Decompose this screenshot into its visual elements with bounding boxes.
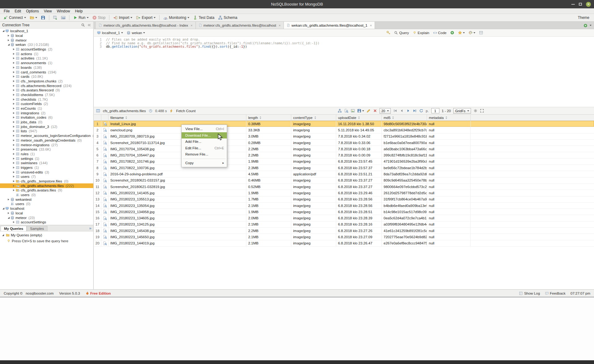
tree-item-settings[interactable]: settings(1) bbox=[0, 156, 93, 161]
sql-query-button[interactable]: SQL bbox=[59, 15, 67, 20]
expand-arrow-icon[interactable] bbox=[12, 89, 15, 91]
row-preview-button[interactable] bbox=[101, 228, 108, 234]
tree-item-lists[interactable]: lists(947) bbox=[0, 129, 93, 134]
header-contenttype[interactable]: contentType bbox=[291, 115, 336, 121]
tree-item-invitation-codes[interactable]: invitation_codes(6) bbox=[0, 115, 93, 120]
prev-page-button[interactable] bbox=[400, 109, 404, 113]
my-queries-root[interactable]: My Queries (empty) bbox=[0, 233, 93, 237]
row-preview-button[interactable] bbox=[101, 121, 108, 127]
expand-arrow-icon[interactable] bbox=[7, 39, 10, 41]
header-uploaddate[interactable]: uploadDate bbox=[336, 115, 382, 121]
tree-item-wekan[interactable]: wekan(33 | 0.21GB) bbox=[0, 42, 93, 47]
more-chevron-icon[interactable]: » bbox=[89, 226, 91, 230]
row-preview-button[interactable] bbox=[101, 215, 108, 221]
page-size-select[interactable]: 20 bbox=[380, 108, 391, 114]
tree-item-cfs-avatars-filerecord[interactable]: cfs.avatars.filerecord(9) bbox=[0, 88, 93, 93]
row-preview-button[interactable] bbox=[101, 209, 108, 215]
tree-item-meteor-oauth-pendingcredentials[interactable]: meteor_oauth_pendingCredentials(0) bbox=[0, 138, 93, 143]
minimize-button[interactable] bbox=[571, 4, 575, 5]
code-button[interactable]: Code bbox=[433, 31, 447, 35]
expand-arrow-icon[interactable] bbox=[12, 176, 15, 178]
schema-button[interactable]: Schema bbox=[217, 15, 239, 20]
expand-arrow-icon[interactable] bbox=[12, 180, 15, 182]
tab-2[interactable]: meteor:cfs_gridfs.attachments.files@loca… bbox=[196, 22, 284, 29]
tab-samples[interactable]: Samples bbox=[27, 226, 47, 231]
collapse-arrow-icon[interactable] bbox=[2, 208, 5, 209]
header-metadata[interactable]: metadata bbox=[427, 115, 471, 121]
tree-item-localhost-1[interactable]: localhost_1 bbox=[0, 29, 93, 33]
view-options-button[interactable] bbox=[469, 31, 475, 35]
expand-arrow-icon[interactable] bbox=[12, 130, 15, 132]
expand-arrow-icon[interactable] bbox=[12, 135, 15, 137]
tree-item-users[interactable]: users(0) bbox=[0, 202, 93, 206]
expand-arrow-icon[interactable] bbox=[12, 76, 15, 77]
view-image-button[interactable] bbox=[351, 109, 355, 113]
tree-item-local[interactable]: local bbox=[0, 211, 93, 216]
table-row-8[interactable]: 8IMG_20170822_100736.jpg2.3MBimage/jpeg6… bbox=[94, 165, 594, 171]
menu-help[interactable]: Help bbox=[73, 9, 85, 14]
row-preview-button[interactable] bbox=[101, 190, 108, 196]
collapse-arrow-icon[interactable] bbox=[2, 30, 5, 32]
expand-arrow-icon[interactable] bbox=[12, 94, 15, 96]
tree-item-accountsettings[interactable]: accountSettings bbox=[0, 220, 93, 225]
expand-arrow-icon[interactable] bbox=[12, 189, 15, 191]
tab-3[interactable]: wekan:cfs_gridfs.attachments.files@local… bbox=[284, 22, 375, 29]
tab-close-icon[interactable]: × bbox=[370, 24, 372, 27]
tree-item-accountsettings[interactable]: accountSettings(2) bbox=[0, 47, 93, 52]
expand-arrow-icon[interactable] bbox=[12, 158, 15, 160]
tree-item-escounts[interactable]: esCounts(1) bbox=[0, 106, 93, 111]
table-row-2[interactable]: 2owncloud.png33.3KBimage/png5.11.2018 kl… bbox=[94, 127, 594, 133]
tree-item-announcements[interactable]: announcements(1) bbox=[0, 61, 93, 65]
tree-item-users[interactable]: users(7) bbox=[0, 174, 93, 179]
tree-item-triggers[interactable]: triggers(1) bbox=[0, 165, 93, 170]
expand-arrow-icon[interactable] bbox=[12, 80, 15, 82]
expand-arrow-icon[interactable] bbox=[12, 144, 15, 146]
expand-arrow-icon[interactable] bbox=[12, 112, 15, 114]
table-row-16[interactable]: 16IMG_20180223_134605.jpg2.0MBimage/jpeg… bbox=[94, 215, 594, 221]
fetch-count-button[interactable]: Fetch Count bbox=[176, 109, 196, 113]
table-row-11[interactable]: 11Screenshot_20180621-032819.jpg0.52MBim… bbox=[94, 184, 594, 190]
tree-item-localhost[interactable]: localhost bbox=[0, 206, 93, 211]
table-row-15[interactable]: 15IMG_20180223_134958.jpg1.9MBimage/jpeg… bbox=[94, 209, 594, 215]
run-button[interactable]: Run bbox=[72, 15, 90, 20]
tree-item-customfields[interactable]: customFields(2) bbox=[0, 102, 93, 106]
table-row-12[interactable]: 12IMG_20180223_141405.jpg1.9MBimage/jpeg… bbox=[94, 190, 594, 196]
view-mode-select[interactable]: GridFs bbox=[453, 108, 471, 114]
query-builder-button[interactable]: Query bbox=[394, 31, 409, 35]
tree-item-checklists[interactable]: checklists(1.7K) bbox=[0, 97, 93, 102]
analyze-schema-button[interactable] bbox=[338, 109, 342, 113]
row-preview-button[interactable] bbox=[101, 196, 108, 202]
tree-item-cfs-gridfs-attachments-files[interactable]: cfs_gridfs.attachments.files(222) bbox=[0, 183, 93, 188]
tree-item-cfs-gridfs-tempstore-files[interactable]: cfs_gridfs._tempstore.files(0) bbox=[0, 179, 93, 184]
expand-arrow-icon[interactable] bbox=[7, 35, 10, 37]
table-row-10[interactable]: 10Screenshot_20180621-033157.jpg0.46MBim… bbox=[94, 178, 594, 184]
menu-edit[interactable]: Edit bbox=[12, 9, 24, 14]
header-length[interactable]: length bbox=[246, 115, 291, 121]
row-preview-button[interactable] bbox=[101, 184, 108, 190]
new-tab-button[interactable] bbox=[583, 24, 587, 28]
row-preview-button[interactable] bbox=[101, 178, 108, 183]
table-row-6[interactable]: 6IMG_20170704_105447.jpg2.2MBimage/jpeg7… bbox=[94, 152, 594, 158]
explain-button[interactable]: Explain bbox=[413, 31, 429, 35]
export-button[interactable]: Export bbox=[134, 15, 157, 20]
row-preview-button[interactable] bbox=[101, 203, 108, 208]
menu-view[interactable]: View bbox=[41, 9, 54, 14]
breadcrumb-database[interactable]: wekan bbox=[127, 31, 145, 35]
context-menu-item-view-file[interactable]: View File...Ctrl+I bbox=[182, 126, 227, 132]
collapse-arrow-icon[interactable] bbox=[7, 44, 10, 46]
expand-arrow-icon[interactable] bbox=[12, 148, 15, 150]
tree-item-users[interactable]: users(0) bbox=[0, 193, 93, 197]
table-row-17[interactable]: 17IMG_20180223_134125.jpg2.1MBimage/jpeg… bbox=[94, 221, 594, 228]
row-preview-button[interactable] bbox=[101, 159, 108, 164]
tree-item-jobs-dominator-3[interactable]: jobs_dominator_3(12) bbox=[0, 124, 93, 129]
expand-arrow-icon[interactable] bbox=[12, 53, 15, 55]
row-preview-button[interactable] bbox=[101, 240, 108, 246]
last-page-button[interactable] bbox=[413, 109, 417, 113]
row-preview-button[interactable] bbox=[101, 127, 108, 133]
tree-item-boards[interactable]: boards(138) bbox=[0, 65, 93, 70]
table-row-18[interactable]: 18IMG_20180223_145438.jpg2.2MBimage/jpeg… bbox=[94, 228, 594, 234]
feedback-button[interactable]: Feedback bbox=[545, 292, 566, 295]
tab-1[interactable]: meteor:cfs_gridfs.attachments.files@loca… bbox=[96, 22, 196, 29]
expand-arrow-icon[interactable] bbox=[12, 71, 15, 73]
stop-button[interactable]: Stop bbox=[91, 15, 107, 20]
